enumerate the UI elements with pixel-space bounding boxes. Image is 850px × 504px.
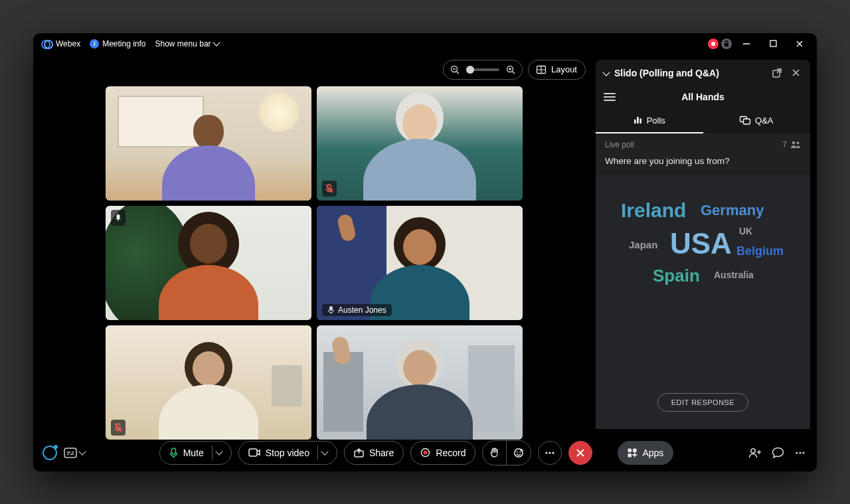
popout-button[interactable] xyxy=(770,66,784,80)
svg-point-45 xyxy=(552,452,554,454)
zoom-in-icon xyxy=(506,65,515,74)
participant-tile-active[interactable]: Austen Jones xyxy=(317,206,523,320)
app-window: Webex i Meeting info Show menu bar xyxy=(33,33,817,471)
record-label: Record xyxy=(436,448,466,458)
svg-rect-27 xyxy=(64,448,76,458)
chevron-down-icon xyxy=(78,448,86,455)
video-grid: Austen Jones xyxy=(33,84,595,440)
slido-panel: Slido (Polling and Q&A) All Hands Polls xyxy=(595,60,810,429)
svg-rect-15 xyxy=(329,306,333,311)
stop-video-label: Stop video xyxy=(266,448,309,458)
content-row: Layout xyxy=(33,54,817,434)
word-cloud-term: Germany xyxy=(701,202,764,219)
leave-meeting-button[interactable] xyxy=(568,441,592,465)
tab-qa[interactable]: Q&A xyxy=(703,109,811,133)
word-cloud-term: Spain xyxy=(653,266,700,286)
close-icon xyxy=(576,448,585,458)
recording-indicator-icon xyxy=(708,39,719,49)
word-cloud-term: Japan xyxy=(629,239,657,250)
svg-point-54 xyxy=(802,452,804,454)
slido-title: Slido (Polling and Q&A) xyxy=(614,68,719,78)
svg-point-26 xyxy=(797,141,800,144)
participant-tile[interactable] xyxy=(106,206,311,320)
participant-tile[interactable] xyxy=(317,325,523,440)
svg-point-25 xyxy=(792,141,796,145)
pin-icon xyxy=(114,213,122,222)
menu-button[interactable] xyxy=(604,93,616,101)
word-cloud-term: UK xyxy=(739,226,752,236)
participant-tile[interactable] xyxy=(317,86,523,201)
slido-body: Live poll 7 Where are you joining us fro… xyxy=(596,133,810,429)
svg-point-43 xyxy=(546,452,548,454)
participants-button[interactable] xyxy=(748,446,762,460)
meeting-name: All Hands xyxy=(616,92,790,102)
message-options-button[interactable] xyxy=(64,448,85,458)
dots-horizontal-icon xyxy=(545,452,554,454)
chevron-down-icon xyxy=(212,39,220,46)
tab-polls-label: Polls xyxy=(647,116,665,126)
mic-off-icon xyxy=(325,184,333,193)
svg-rect-22 xyxy=(639,119,641,124)
zoom-out-icon xyxy=(450,65,460,74)
poll-meta: Live poll 7 xyxy=(596,133,810,153)
svg-point-37 xyxy=(424,451,428,455)
svg-point-52 xyxy=(796,452,798,454)
mic-on-icon xyxy=(327,305,335,314)
chat-icon xyxy=(740,116,750,125)
camera-icon xyxy=(248,448,260,457)
brand: Webex xyxy=(41,39,80,48)
chevron-down-icon[interactable] xyxy=(602,68,610,76)
meeting-info-button[interactable]: i Meeting info xyxy=(90,39,145,48)
more-controls-button[interactable] xyxy=(538,441,562,465)
window-close-button[interactable] xyxy=(788,35,811,52)
close-panel-button[interactable] xyxy=(789,66,802,80)
poll-question: Where are you joining us from? xyxy=(596,153,810,175)
share-label: Share xyxy=(369,448,394,458)
svg-rect-2 xyxy=(770,41,776,46)
self-view-button[interactable] xyxy=(42,446,57,460)
subtitle-icon xyxy=(64,448,77,458)
chat-button[interactable] xyxy=(770,446,785,460)
layout-button[interactable]: Layout xyxy=(528,60,586,80)
stop-video-button[interactable]: Stop video xyxy=(238,441,337,465)
window-minimize-button[interactable] xyxy=(734,35,758,52)
svg-rect-47 xyxy=(633,448,637,452)
chevron-down-icon xyxy=(321,448,328,455)
apps-button[interactable]: Apps xyxy=(618,441,673,465)
mic-icon xyxy=(169,448,178,458)
edit-response-button[interactable]: EDIT RESPONSE xyxy=(657,393,749,412)
apps-icon xyxy=(628,448,637,458)
raise-hand-button[interactable] xyxy=(483,441,507,465)
record-button[interactable]: Record xyxy=(410,441,475,465)
titlebar: Webex i Meeting info Show menu bar xyxy=(33,33,817,54)
slido-header: Slido (Polling and Q&A) xyxy=(596,60,810,86)
meeting-info-label: Meeting info xyxy=(102,39,145,48)
participant-tile[interactable] xyxy=(106,86,311,201)
lock-indicator-icon xyxy=(721,39,732,49)
mic-muted-badge xyxy=(322,181,337,197)
reactions-button[interactable] xyxy=(507,441,531,465)
window-maximize-button[interactable] xyxy=(761,35,785,52)
show-menu-button[interactable]: Show menu bar xyxy=(155,39,219,48)
video-area: Layout xyxy=(33,54,595,434)
svg-rect-48 xyxy=(628,454,632,458)
svg-rect-46 xyxy=(628,448,632,452)
emoji-icon xyxy=(513,448,524,458)
word-cloud: IrelandGermanyJapanUSAUKBelgiumSpainAust… xyxy=(596,175,810,373)
share-button[interactable]: Share xyxy=(344,441,404,465)
zoom-slider[interactable] xyxy=(466,68,499,71)
mic-muted-badge xyxy=(111,420,126,436)
more-options-button[interactable] xyxy=(793,446,808,460)
tab-polls[interactable]: Polls xyxy=(596,109,703,133)
svg-rect-34 xyxy=(249,449,257,456)
svg-point-40 xyxy=(520,451,521,452)
brand-label: Webex xyxy=(56,39,80,48)
mute-label: Mute xyxy=(183,448,204,458)
participant-tile[interactable] xyxy=(106,325,311,440)
svg-rect-21 xyxy=(637,117,639,124)
mute-button[interactable]: Mute xyxy=(159,441,232,465)
poll-count: 7 xyxy=(782,140,787,149)
zoom-control[interactable] xyxy=(443,60,523,80)
record-icon xyxy=(420,448,430,458)
word-cloud-term: USA xyxy=(670,227,732,260)
